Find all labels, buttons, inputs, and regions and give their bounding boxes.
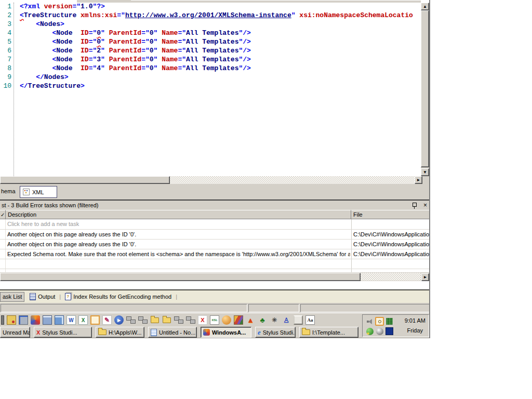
task-row[interactable]: Another object on this page already uses… — [0, 230, 430, 240]
document-icon[interactable] — [55, 315, 64, 325]
line-number: 5 — [0, 38, 14, 47]
tree-icon[interactable]: ♣ — [258, 315, 267, 325]
code-token: All Templates — [186, 29, 238, 37]
code-token — [72, 56, 81, 63]
editor-vertical-scrollbar[interactable]: ▲ ▼ — [421, 3, 429, 176]
pens-icon[interactable]: ✎ — [102, 315, 112, 325]
schedule-clock-icon[interactable] — [90, 315, 100, 325]
code-token — [72, 29, 81, 37]
code-line[interactable]: <TreeStructure xmlns:xsi="http://www.w3.… — [20, 11, 420, 20]
taskbar-button-unread-mail-[interactable]: Unread Mail ... — [0, 327, 30, 338]
xml-document-icon — [23, 189, 30, 195]
code-line[interactable]: <Node ID="3" ParentId="0" Name="All Temp… — [20, 56, 420, 64]
tab-schema-partial[interactable]: hema — [1, 188, 16, 194]
clock-day[interactable]: Friday — [405, 327, 425, 334]
stylus-studio-icon: X — [36, 329, 40, 336]
tray-clock-icon[interactable] — [375, 317, 384, 326]
code-token: =" — [141, 29, 150, 37]
code-line[interactable]: <Nodes> — [20, 20, 420, 29]
task-list-horizontal-scrollbar[interactable]: ► — [0, 272, 430, 281]
taskbar-button-i-template-[interactable]: I:\Template... — [299, 327, 358, 338]
orange-ball-icon[interactable] — [222, 315, 231, 325]
monitor-search-icon[interactable] — [19, 315, 28, 325]
taskbar-button-label: H:\Appls\W... — [109, 329, 142, 336]
code-token: > — [64, 73, 69, 81]
scroll-thumb[interactable] — [0, 273, 361, 281]
cropped-icon[interactable] — [1, 315, 4, 325]
scroll-thumb[interactable] — [0, 176, 170, 184]
code-token: " — [291, 11, 296, 19]
taskbar-button-stylus-studi-[interactable]: XStylus Studi... — [34, 327, 92, 338]
globe-icon[interactable] — [366, 328, 374, 335]
code-token — [105, 29, 109, 37]
scroll-right-arrow[interactable]: ► — [415, 176, 422, 184]
flame-icon[interactable]: ▲ — [246, 315, 255, 325]
network-icon[interactable] — [138, 315, 148, 325]
network-icon[interactable] — [174, 315, 183, 325]
line-number: 1 — [0, 3, 14, 11]
task-row[interactable]: Expected Schema root. Make sure that the… — [0, 249, 430, 259]
taskbar-button-windowsa-[interactable]: WindowsA... — [201, 327, 251, 338]
column-header-description[interactable]: Description — [6, 210, 351, 219]
close-icon[interactable]: × — [423, 201, 427, 209]
folder-icon[interactable] — [150, 315, 159, 325]
code-line[interactable]: </Nodes> — [20, 73, 420, 82]
scroll-thumb[interactable] — [421, 10, 429, 167]
spider-icon[interactable]: ✳ — [270, 315, 279, 325]
code-line[interactable]: <Node ID="4" ParentId="0" Name="All Temp… — [20, 64, 420, 73]
scroll-down-arrow[interactable]: ▼ — [421, 168, 429, 176]
code-token: 0 — [150, 64, 154, 72]
code-area[interactable]: <?xml version="1.0"?><TreeStructure xmln… — [20, 3, 420, 176]
tab-ask-list[interactable]: ask List — [0, 292, 24, 302]
security-case-icon[interactable] — [7, 315, 16, 325]
volume-icon[interactable] — [367, 319, 373, 324]
word-icon[interactable]: W — [66, 315, 76, 325]
green-grid-icon[interactable] — [386, 318, 393, 325]
code-line[interactable]: <Node ID="2" ParentId="0" Name="All Temp… — [20, 47, 420, 56]
code-line[interactable]: <?xml version="1.0"?> — [20, 3, 420, 11]
network-icon[interactable] — [186, 315, 195, 325]
column-header-check[interactable]: ✓ — [0, 210, 6, 219]
scroll-up-arrow[interactable]: ▲ — [421, 3, 429, 10]
xsl-document-icon[interactable]: XSL — [210, 315, 219, 325]
tray-icons — [365, 316, 394, 336]
add-task-placeholder[interactable]: Click here to add a new task — [7, 219, 350, 229]
code-line[interactable]: <Node ID="0" ParentId="0" Name="All Temp… — [20, 38, 420, 47]
taskbar-button-stylus-studi-[interactable]: eStylus Studi... — [255, 327, 296, 338]
pin-icon[interactable] — [413, 203, 417, 207]
xml-editor[interactable]: 12345678910 <?xml version="1.0"?><TreeSt… — [0, 3, 421, 176]
editor-horizontal-scrollbar[interactable]: ► — [0, 176, 422, 184]
blue-square-icon[interactable] — [385, 327, 393, 335]
stylus-studio-icon[interactable]: X — [198, 315, 207, 325]
designer-palette-icon[interactable] — [234, 315, 243, 325]
code-token: 1.0 — [81, 3, 92, 10]
code-line[interactable]: </TreeStructure> — [20, 82, 420, 91]
tab-label: Index Results for GetEncoding method — [73, 294, 171, 300]
tab-xml[interactable]: XML — [20, 186, 57, 198]
code-token: " — [101, 38, 105, 46]
excel-icon[interactable]: X — [78, 315, 88, 325]
network-icon[interactable] — [126, 315, 136, 325]
folder-icon[interactable] — [162, 315, 171, 325]
code-token — [105, 47, 109, 55]
add-task-row[interactable]: Click here to add a new task — [0, 219, 430, 230]
cube-icon[interactable] — [294, 315, 303, 325]
code-line[interactable]: <Node ID="0" ParentId="0" Name="All Temp… — [20, 29, 420, 38]
clock-time[interactable]: 9:01 AM — [405, 317, 425, 324]
fonts-icon[interactable]: Aa — [305, 315, 315, 325]
tab-index-results-for-getencoding-method[interactable]: Index Results for GetEncoding method — [62, 292, 175, 302]
taskbar-button-h-appls-w-[interactable]: H:\Appls\W... — [96, 327, 144, 338]
capture-right-edge — [429, 0, 430, 338]
calculator-icon[interactable] — [43, 315, 52, 325]
sphere-icon[interactable] — [376, 328, 383, 335]
taskbar-button-untitled-no-[interactable]: Untitled - No... — [148, 327, 197, 338]
code-token: All Templates — [186, 56, 238, 63]
task-row[interactable]: Another object on this page already uses… — [0, 240, 430, 249]
code-token: 0 — [150, 56, 154, 63]
scroll-right-arrow[interactable]: ► — [421, 273, 429, 281]
column-header-file[interactable]: File — [351, 210, 430, 219]
person-icon[interactable]: ♙ — [282, 315, 291, 325]
visual-studio-icon[interactable] — [31, 315, 40, 325]
tab-output[interactable]: Output — [26, 292, 58, 302]
media-player-icon[interactable]: ▶ — [114, 315, 124, 325]
